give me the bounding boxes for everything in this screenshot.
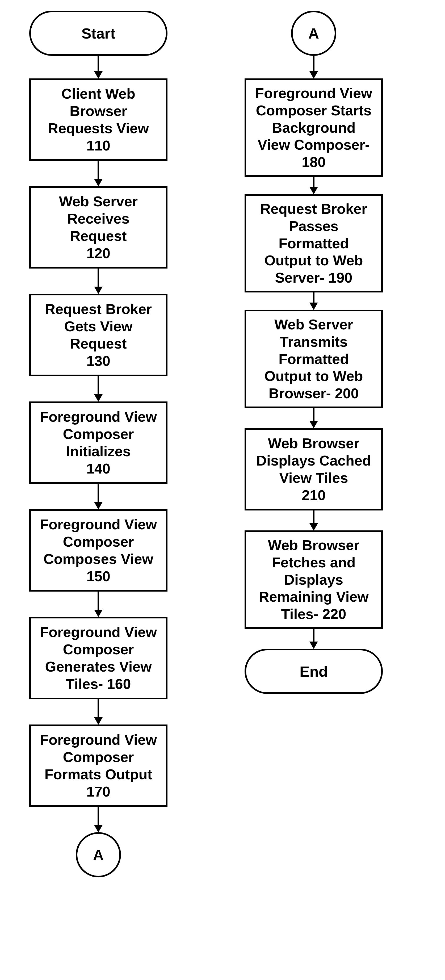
arrow-head — [310, 302, 318, 310]
process-170-text: Foreground ViewComposerFormats Output170 — [40, 731, 157, 800]
arrow — [98, 807, 99, 826]
connector-a-label: A — [93, 846, 104, 864]
end-label: End — [300, 663, 328, 680]
arrow-head — [94, 502, 103, 509]
process-170: Foreground ViewComposerFormats Output170 — [29, 724, 167, 807]
arrow — [313, 293, 315, 303]
arrow-head — [310, 523, 318, 531]
start-terminator: Start — [29, 11, 167, 56]
process-180-text: Foreground ViewComposer StartsBackground… — [255, 84, 372, 171]
connector-a-in: A — [291, 11, 336, 56]
arrow-head — [94, 609, 103, 617]
arrow-head — [94, 71, 103, 79]
process-190-text: Request BrokerPassesFormattedOutput to W… — [260, 200, 367, 286]
process-180: Foreground ViewComposer StartsBackground… — [245, 78, 383, 177]
process-140-text: Foreground ViewComposerInitializes140 — [40, 408, 157, 477]
arrow-head — [310, 71, 318, 79]
arrow-head — [94, 286, 103, 294]
arrow — [98, 699, 99, 718]
start-label: Start — [81, 25, 115, 42]
process-200: Web ServerTransmitsFormattedOutput to We… — [245, 310, 383, 408]
process-160-text: Foreground ViewComposerGenerates ViewTil… — [40, 624, 157, 692]
arrow — [313, 177, 315, 188]
process-110-text: Client WebBrowserRequests View110 — [48, 85, 149, 154]
arrow — [313, 408, 315, 422]
arrow — [98, 269, 99, 287]
process-130: Request BrokerGets ViewRequest130 — [29, 294, 167, 376]
arrow-head — [94, 179, 103, 186]
arrow — [98, 56, 99, 72]
arrow — [98, 161, 99, 180]
end-terminator: End — [245, 649, 383, 694]
process-220-text: Web BrowserFetches andDisplaysRemaining … — [259, 536, 369, 623]
arrow-head — [94, 718, 103, 725]
arrow-head — [310, 641, 318, 649]
process-120-text: Web ServerReceivesRequest120 — [59, 193, 138, 262]
arrow-head — [94, 825, 103, 832]
process-110: Client WebBrowserRequests View110 — [29, 78, 167, 161]
arrow — [313, 56, 315, 72]
process-200-text: Web ServerTransmitsFormattedOutput to We… — [264, 316, 363, 402]
arrow — [313, 511, 315, 524]
process-150: Foreground ViewComposerComposes View150 — [29, 509, 167, 592]
arrow — [98, 592, 99, 610]
arrow — [98, 376, 99, 395]
connector-a-out: A — [76, 832, 121, 877]
process-160: Foreground ViewComposerGenerates ViewTil… — [29, 617, 167, 699]
process-150-text: Foreground ViewComposerComposes View150 — [40, 516, 157, 585]
arrow — [98, 484, 99, 503]
process-220: Web BrowserFetches andDisplaysRemaining … — [245, 530, 383, 629]
arrow-head — [94, 394, 103, 402]
process-210: Web BrowserDisplays CachedView Tiles210 — [245, 428, 383, 511]
process-210-text: Web BrowserDisplays CachedView Tiles210 — [256, 435, 371, 504]
arrow-head — [310, 421, 318, 428]
process-140: Foreground ViewComposerInitializes140 — [29, 401, 167, 484]
process-190: Request BrokerPassesFormattedOutput to W… — [245, 194, 383, 293]
process-120: Web ServerReceivesRequest120 — [29, 186, 167, 269]
arrow-head — [310, 187, 318, 194]
connector-a-label-2: A — [308, 25, 319, 42]
arrow — [313, 629, 315, 642]
process-130-text: Request BrokerGets ViewRequest130 — [45, 301, 152, 369]
